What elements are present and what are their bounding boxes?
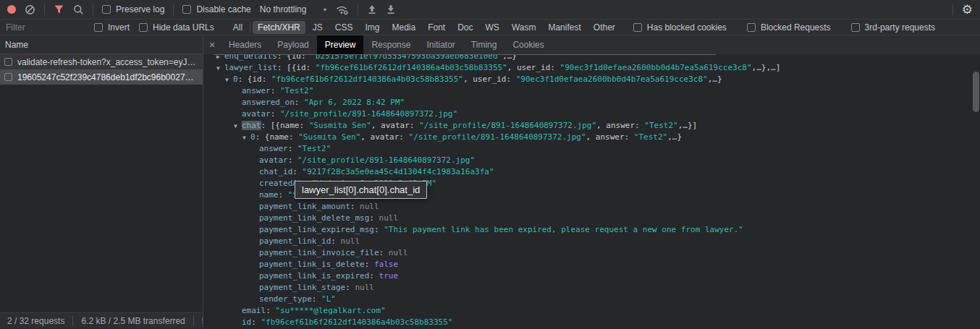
json-value: : [{name: xyxy=(261,121,309,130)
throttling-dropdown[interactable]: No throttling ▼ xyxy=(260,4,328,14)
checkbox-icon[interactable] xyxy=(182,5,191,14)
checkbox-icon[interactable] xyxy=(747,23,756,32)
filter-chip-doc[interactable]: Doc xyxy=(452,21,478,34)
json-tree-row[interactable]: payment_link_delete_msg: null xyxy=(203,213,980,224)
toolbar-divider xyxy=(173,4,174,15)
json-value: "fb96cef61b6f2612df140386a4b03c58b83355" xyxy=(261,317,453,327)
tab-cookies[interactable]: Cookies xyxy=(504,35,552,54)
filter-chip-img[interactable]: Img xyxy=(360,21,384,34)
close-icon[interactable]: × xyxy=(203,35,221,54)
json-tree-row[interactable]: id: "fb96cef61b6f2612df140386a4b03c58b83… xyxy=(203,317,980,328)
tab-headers[interactable]: Headers xyxy=(221,35,269,54)
json-value: "L" xyxy=(321,294,336,304)
json-tree-row[interactable]: sender_type: "L" xyxy=(203,294,980,305)
filter-chip-all[interactable]: All xyxy=(228,21,248,34)
json-value: , user_id: xyxy=(463,74,516,84)
json-tree-row[interactable]: answer: "Test2" xyxy=(203,143,980,155)
json-value: : [{id: xyxy=(277,63,316,72)
json-tree-row[interactable]: ▼chat: [{name: "Susmita Sen", avatar: "/… xyxy=(203,120,980,132)
filter-chip-css[interactable]: CSS xyxy=(330,21,358,34)
filter-chip-font[interactable]: Font xyxy=(423,21,450,34)
settings-gear-icon[interactable]: ⚙ xyxy=(962,4,973,16)
request-row[interactable]: 19605247c52f239c4786deb1df2bc96b0027… xyxy=(0,69,203,85)
checkbox-icon[interactable] xyxy=(102,5,111,14)
checkbox-icon[interactable] xyxy=(851,23,860,32)
checkbox-icon[interactable] xyxy=(4,73,12,81)
network-conditions-icon[interactable] xyxy=(336,4,349,15)
json-value: "90ec3f1d0efaea2600bb0d4b7ea5a619cce3c8" xyxy=(516,74,708,84)
checkbox-icon[interactable] xyxy=(139,23,148,32)
json-tree-row[interactable]: payment_link_invoice_file: null xyxy=(203,247,980,259)
filter-chip-js[interactable]: JS xyxy=(308,21,328,34)
json-tree-row[interactable]: answered_on: "Apr 6, 2022 8:42 PM" xyxy=(203,97,980,108)
json-value: : xyxy=(288,155,297,165)
json-value: : {name: xyxy=(255,132,299,142)
json-tree-row[interactable]: ▼0: {id: "fb96cef61b6f2612df140386a4b03c… xyxy=(203,74,980,85)
name-column-header[interactable]: Name xyxy=(0,35,203,54)
request-row[interactable]: validate-refresh-token?x_access_token=ey… xyxy=(0,54,203,69)
tab-timing[interactable]: Timing xyxy=(463,35,505,54)
json-key: lawyer_list xyxy=(224,63,277,72)
request-list: validate-refresh-token?x_access_token=ey… xyxy=(0,54,203,85)
blocked-requests-checkbox[interactable]: Blocked Requests xyxy=(747,22,831,33)
json-tree-row[interactable]: chat_id: "9217f28c3a5e0ea45c4d1304f4c198… xyxy=(203,166,980,178)
collapse-arrow-icon[interactable]: ▼ xyxy=(216,63,224,74)
json-tree-row[interactable]: payment_link_id: null xyxy=(203,236,980,247)
json-tree-row[interactable]: payment_link_stage: null xyxy=(203,282,980,294)
json-value: null xyxy=(379,213,399,223)
import-har-icon[interactable] xyxy=(367,4,377,14)
json-key: payment_link_stage xyxy=(259,283,345,292)
checkbox-icon[interactable] xyxy=(94,23,103,32)
has-blocked-cookies-checkbox[interactable]: Has blocked cookies xyxy=(633,22,727,33)
filter-chip-wasm[interactable]: Wasm xyxy=(507,21,541,34)
json-tree-row[interactable]: ▼0: {name: "Susmita Sen", avatar: "/site… xyxy=(203,132,980,143)
json-tree-row[interactable]: payment_link_is_expired: true xyxy=(203,270,980,282)
json-value: "Test2" xyxy=(644,121,677,130)
collapse-arrow-icon[interactable]: ▼ xyxy=(242,132,250,144)
checkbox-icon[interactable] xyxy=(633,23,642,32)
checkbox-icon[interactable] xyxy=(4,58,12,66)
filter-funnel-icon[interactable] xyxy=(54,4,64,14)
json-value: "Test2" xyxy=(280,86,313,95)
json-key: avatar xyxy=(259,155,288,165)
tab-initiator[interactable]: Initiator xyxy=(418,35,462,54)
preserve-log-checkbox[interactable]: Preserve log xyxy=(102,4,164,14)
disable-cache-checkbox[interactable]: Disable cache xyxy=(182,4,250,14)
json-key: answered_on xyxy=(242,98,295,107)
collapse-arrow-icon[interactable]: ▼ xyxy=(225,74,233,86)
3rd-party-requests-checkbox[interactable]: 3rd-party requests xyxy=(851,22,935,33)
json-tree-row[interactable]: email: "su*****@legalkart.com" xyxy=(203,305,980,317)
json-tree-row[interactable]: ▶enq_details: {id: "b251575ef1ef97d53347… xyxy=(203,54,980,62)
search-icon[interactable] xyxy=(73,4,84,15)
json-tree-row[interactable]: payment_link_is_delete: false xyxy=(203,259,980,270)
filter-chip-media[interactable]: Media xyxy=(386,21,421,34)
clear-icon[interactable] xyxy=(25,4,35,15)
json-tree-row[interactable]: payment_link_expired_msg: "This payment … xyxy=(203,224,980,236)
filter-chip-fetch-xhr[interactable]: Fetch/XHR xyxy=(253,21,305,34)
tab-preview[interactable]: Preview xyxy=(317,35,364,54)
json-value: "Apr 6, 2022 8:42 PM" xyxy=(304,98,405,107)
filter-chip-ws[interactable]: WS xyxy=(481,21,504,34)
json-tree-row[interactable]: answer: "Test2" xyxy=(203,85,980,97)
status-bar: 2 / 32 requests6.2 kB / 2.5 MB transferr… xyxy=(0,312,203,328)
json-tree-row[interactable]: avatar: "/site_profile/891-1648640897372… xyxy=(203,155,980,166)
vertical-scrollbar-thumb[interactable] xyxy=(973,72,979,112)
json-key: avatar xyxy=(242,109,271,119)
record-icon[interactable] xyxy=(7,5,16,14)
json-tree-row[interactable]: payment_link_amount: null xyxy=(203,201,980,213)
json-value: "fb96cef61b6f2612df140386a4b03c58b83355" xyxy=(316,63,507,72)
json-key: enq_details xyxy=(224,54,277,61)
json-key: 0 xyxy=(250,132,255,142)
hide-data-urls-checkbox[interactable]: Hide data URLs xyxy=(139,22,214,33)
json-value: null xyxy=(341,236,360,246)
filter-chip-manifest[interactable]: Manifest xyxy=(543,21,586,34)
json-tree-row[interactable]: ▼lawyer_list: [{id: "fb96cef61b6f2612df1… xyxy=(203,62,980,74)
json-tree-row[interactable]: avatar: "/site_profile/891-1648640897372… xyxy=(203,108,980,120)
tab-payload[interactable]: Payload xyxy=(269,35,316,54)
export-har-icon[interactable] xyxy=(386,4,396,14)
filter-chip-other[interactable]: Other xyxy=(588,21,620,34)
filter-input[interactable] xyxy=(0,20,94,35)
tab-response[interactable]: Response xyxy=(363,35,418,54)
invert-checkbox[interactable]: Invert xyxy=(94,22,130,33)
collapse-arrow-icon[interactable]: ▼ xyxy=(234,121,242,132)
